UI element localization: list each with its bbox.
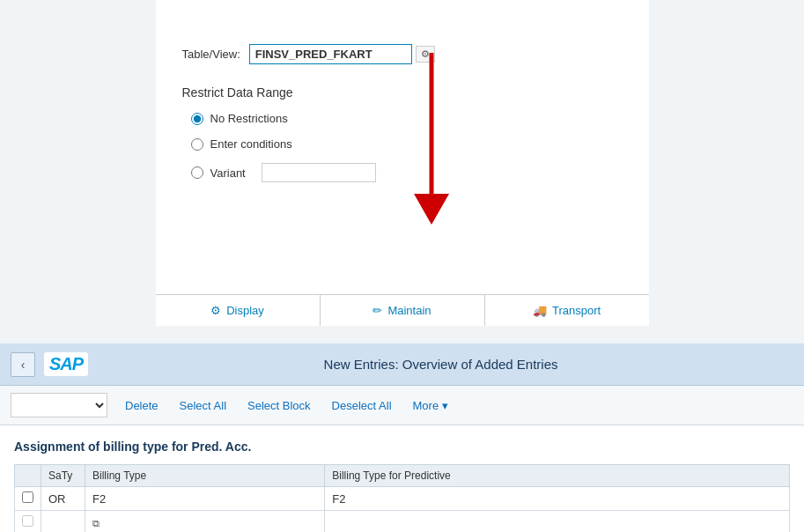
select-all-button[interactable]: Select All <box>169 395 237 416</box>
row-2-billing-type-predictive <box>325 511 790 533</box>
maintain-icon: ✏ <box>372 304 382 317</box>
col-header-saty: SaTy <box>41 465 85 487</box>
more-dropdown-icon: ▾ <box>442 399 448 412</box>
row-2-saty <box>41 511 85 533</box>
copy-button[interactable]: ⚙ <box>416 46 435 63</box>
no-restrictions-radio[interactable] <box>191 113 203 125</box>
page-title: New Entries: Overview of Added Entries <box>88 357 793 372</box>
select-block-button[interactable]: Select Block <box>237 395 321 416</box>
col-header-billing-type: Billing Type <box>85 465 325 487</box>
row-2-icon: ⧉ <box>92 518 100 528</box>
row-1-billing-type: F2 <box>85 487 325 511</box>
table-view-input[interactable] <box>249 44 412 64</box>
row-1-saty: OR <box>41 487 85 511</box>
row-1-billing-type-predictive: F2 <box>325 487 790 511</box>
display-icon: ⚙ <box>210 304 221 317</box>
row-2-checkbox-cell[interactable] <box>15 511 41 533</box>
sap-logo: SAP <box>44 352 88 376</box>
restrict-title: Restrict Data Range <box>182 85 623 100</box>
row-2-billing-type: ⧉ <box>85 511 325 533</box>
table-row-partial: ⧉ <box>15 511 790 533</box>
variant-radio[interactable] <box>191 166 203 179</box>
back-icon: ‹ <box>21 358 26 372</box>
maintain-label: Maintain <box>387 304 431 317</box>
deselect-all-button[interactable]: Deselect All <box>321 395 402 416</box>
maintain-button[interactable]: ✏ Maintain <box>321 295 485 326</box>
no-restrictions-label: No Restrictions <box>210 112 288 125</box>
toolbar-dropdown[interactable] <box>11 393 107 417</box>
row-1-checkbox[interactable] <box>22 491 33 503</box>
col-header-checkbox <box>15 465 41 487</box>
table-row: OR F2 F2 <box>15 487 790 511</box>
section-title: Assignment of billing type for Pred. Acc… <box>14 440 790 454</box>
transport-icon: 🚚 <box>533 304 547 317</box>
enter-conditions-label: Enter conditions <box>210 137 292 151</box>
back-button[interactable]: ‹ <box>11 352 35 377</box>
variant-input[interactable] <box>262 163 376 182</box>
more-button[interactable]: More ▾ <box>402 395 460 416</box>
display-label: Display <box>226 304 264 317</box>
more-label: More <box>413 399 439 412</box>
data-table: SaTy Billing Type Billing Type for Predi… <box>14 464 790 532</box>
col-header-billing-type-predictive: Billing Type for Predictive <box>325 465 790 487</box>
enter-conditions-radio[interactable] <box>191 138 203 151</box>
sap-logo-text: SAP <box>49 354 83 374</box>
row-checkbox[interactable] <box>15 487 41 511</box>
transport-button[interactable]: 🚚 Transport <box>485 295 649 326</box>
row-2-checkbox[interactable] <box>22 515 33 527</box>
table-view-label: Table/View: <box>182 48 240 61</box>
delete-button[interactable]: Delete <box>114 395 169 416</box>
display-button[interactable]: ⚙ Display <box>156 295 321 326</box>
transport-label: Transport <box>552 304 601 317</box>
variant-label: Variant <box>210 166 246 180</box>
